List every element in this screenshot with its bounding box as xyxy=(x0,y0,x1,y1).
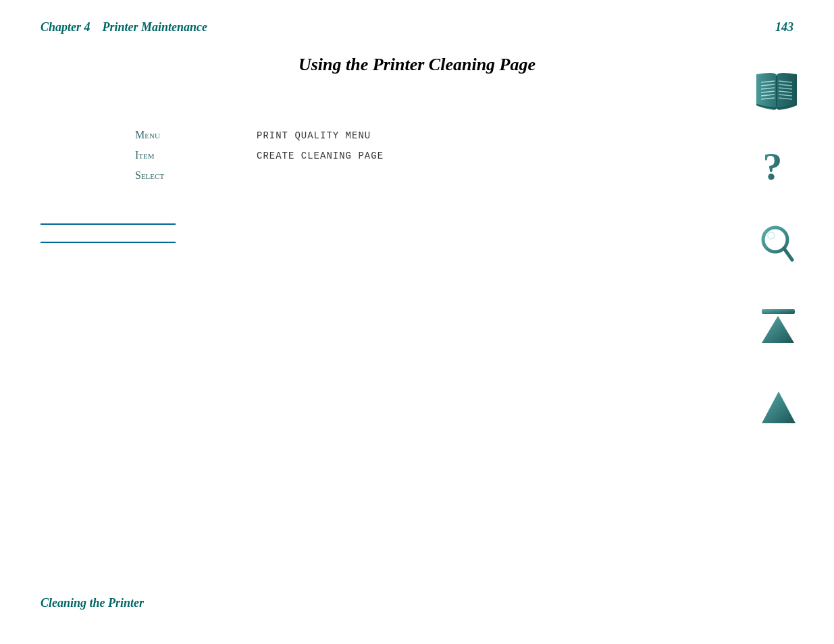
svg-point-16 xyxy=(768,232,775,239)
item-row: Item CREATE CLEANING PAGE xyxy=(135,149,384,161)
svg-rect-17 xyxy=(762,309,795,314)
page-number: 143 xyxy=(775,20,793,34)
book-icon[interactable] xyxy=(753,68,800,111)
svg-marker-19 xyxy=(762,392,796,423)
svg-line-15 xyxy=(784,248,792,260)
navigate-up-icon[interactable] xyxy=(758,388,799,425)
footer-label: Cleaning the Printer xyxy=(41,596,144,610)
sidebar-icons: ? xyxy=(753,68,800,267)
chapter-label: Chapter 4 Printer Maintenance xyxy=(41,20,207,34)
divider-1 xyxy=(41,223,176,225)
section-title: Printer Maintenance xyxy=(103,20,208,34)
divider-2 xyxy=(41,242,176,243)
menu-value: PRINT QUALITY MENU xyxy=(257,130,371,141)
page-title: Using the Printer Cleaning Page xyxy=(41,55,793,75)
select-label: Select xyxy=(135,169,257,182)
navigate-to-top-icon[interactable] xyxy=(756,304,800,348)
navigation-icons xyxy=(756,304,800,425)
menu-label: Menu xyxy=(135,129,257,141)
item-value: CREATE CLEANING PAGE xyxy=(257,151,384,161)
footer-text: Cleaning the Printer xyxy=(41,596,144,610)
svg-marker-18 xyxy=(762,316,794,343)
select-row: Select xyxy=(135,169,384,182)
svg-text:?: ? xyxy=(762,145,782,188)
item-label: Item xyxy=(135,149,257,161)
page-header: Chapter 4 Printer Maintenance 143 xyxy=(0,0,834,34)
menu-row: Menu PRINT QUALITY MENU xyxy=(135,129,384,141)
display-panel: Menu PRINT QUALITY MENU Item CREATE CLEA… xyxy=(135,115,384,203)
main-content: Menu PRINT QUALITY MENU Item CREATE CLEA… xyxy=(135,115,793,203)
chapter-number: Chapter 4 xyxy=(41,20,90,34)
question-icon[interactable]: ? xyxy=(758,145,796,189)
search-icon[interactable] xyxy=(758,223,796,267)
